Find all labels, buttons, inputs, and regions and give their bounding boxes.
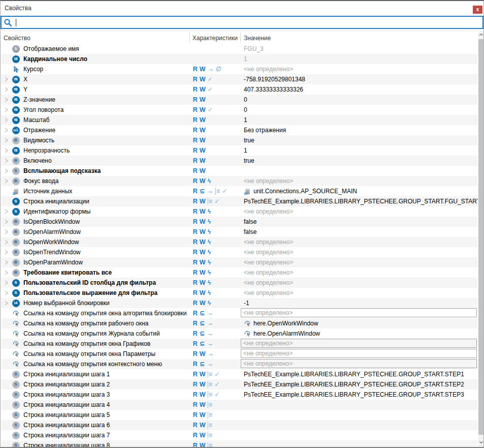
property-value[interactable]: 407.33333333333326: [244, 84, 303, 95]
table-row[interactable]: Источник данных R⊆→≡✓ unit.Connections.A…: [1, 186, 478, 196]
property-value[interactable]: 1: [244, 145, 247, 156]
property-value[interactable]: -1: [244, 298, 249, 308]
property-value[interactable]: FGU_3: [244, 44, 264, 54]
property-value[interactable]: here.OpenWorkWindow: [244, 318, 318, 328]
table-row[interactable]: S Всплывающая подсказка RW: [1, 166, 478, 176]
table-row[interactable]: B Включено RW true: [1, 156, 478, 166]
table-row[interactable]: f8 X RW✓ -758.91920529801348: [1, 74, 478, 84]
table-row[interactable]: B Фокус ввода RWϟ <не определено>: [1, 176, 478, 186]
property-value[interactable]: 0: [244, 95, 247, 105]
property-value[interactable]: true: [244, 156, 254, 166]
expander-icon[interactable]: [4, 281, 8, 285]
property-value[interactable]: unit.Connections.AP_SOURCE_MAIN: [244, 186, 357, 196]
table-row[interactable]: Ссылка на команду открытия окна алгоритм…: [1, 308, 478, 318]
table-row[interactable]: S Строка инициализации шага 1 RW≡✓ PsTec…: [1, 369, 478, 379]
property-value[interactable]: 1: [244, 115, 247, 125]
table-row[interactable]: B Требование квитировать все RWϟ <не опр…: [1, 267, 478, 278]
expander-icon[interactable]: [4, 271, 8, 275]
table-row[interactable]: S Строка инициализации шага 6 RW≡: [1, 420, 478, 430]
column-separator[interactable]: [189, 33, 190, 43]
expander-icon[interactable]: [4, 87, 8, 92]
expander-icon[interactable]: [4, 230, 8, 234]
property-value[interactable]: <не определено>: [244, 267, 293, 278]
expander-icon[interactable]: [4, 179, 8, 183]
table-row[interactable]: u1 Отражение RW Без отражения: [1, 125, 478, 135]
column-separator[interactable]: [240, 33, 241, 43]
expander-icon[interactable]: [4, 210, 8, 214]
expander-icon[interactable]: [4, 240, 8, 244]
expander-icon[interactable]: [4, 148, 8, 153]
expander-icon[interactable]: [4, 108, 8, 112]
property-value[interactable]: <не определено>: [244, 64, 293, 74]
expander-icon[interactable]: [4, 159, 8, 163]
vertical-scrollbar[interactable]: [478, 31, 483, 447]
table-row[interactable]: f8 Масштаб RW 1: [1, 115, 478, 125]
table-row[interactable]: i4 Номер выбранной блокировки RWϟ -1: [1, 298, 478, 308]
table-row[interactable]: S Строка инициализации шага 5 RW≡: [1, 410, 478, 420]
property-value[interactable]: here.OpenAlarmWindow: [244, 328, 320, 339]
expander-icon[interactable]: [4, 98, 8, 102]
property-value[interactable]: true: [244, 135, 254, 145]
property-value[interactable]: PsTechEE_Example.LIBRARIES.LIBRARY_PSTEC…: [244, 369, 464, 379]
table-row[interactable]: f8 Z-значение RW 0: [1, 95, 478, 105]
expander-icon[interactable]: [4, 250, 8, 254]
table-row[interactable]: S Строка инициализации шага 4 RW≡: [1, 400, 478, 410]
table-row[interactable]: S Пользовательский ID столбца для фильтр…: [1, 278, 478, 288]
property-value-input[interactable]: <не определено>: [241, 359, 477, 368]
property-value[interactable]: <не определено>: [244, 247, 293, 257]
table-row[interactable]: S Отображаемое имя FGU_3: [1, 44, 478, 54]
close-button[interactable]: x: [473, 6, 482, 14]
search-bar[interactable]: [1, 16, 483, 29]
table-row[interactable]: i8 Кардинальное число 1: [1, 54, 478, 64]
property-value[interactable]: 0: [244, 105, 247, 115]
property-value[interactable]: <не определено>: [244, 206, 293, 217]
table-row[interactable]: B IsOpenAlarmWindow RWϟ false: [1, 227, 478, 237]
expander-icon[interactable]: [4, 77, 8, 81]
property-value[interactable]: <не определено>: [244, 278, 293, 288]
expander-icon[interactable]: [4, 169, 8, 173]
property-value[interactable]: Без отражения: [244, 125, 286, 135]
table-row[interactable]: S Строка инициализации шага 7 RW≡: [1, 430, 478, 440]
property-value-input[interactable]: <не определено>: [241, 349, 477, 358]
table-row[interactable]: f8 Y RW✓ 407.33333333333326: [1, 84, 478, 95]
search-input[interactable]: [17, 18, 480, 26]
table-row[interactable]: f8 Непрозрачность RW 1: [1, 145, 478, 156]
table-row[interactable]: B IsOpenWorkWindow RWϟ <не определено>: [1, 237, 478, 247]
table-row[interactable]: B IsOpenBlockWindow RWϟ false: [1, 217, 478, 227]
expander-icon[interactable]: [4, 128, 8, 132]
table-row[interactable]: S Строка инициализации шага 3 RW≡✓ PsTec…: [1, 390, 478, 400]
expander-icon[interactable]: [4, 291, 8, 295]
property-value[interactable]: <не определено>: [244, 237, 293, 247]
table-row[interactable]: Ссылка на команду открытия контекстного …: [1, 359, 478, 369]
expander-icon[interactable]: [4, 220, 8, 224]
property-value[interactable]: PsTechEE_Example.LIBRARIES.LIBRARY_PSTEC…: [244, 390, 464, 400]
table-row[interactable]: Курсор RW→∅ <не определено>: [1, 64, 478, 74]
table-row[interactable]: Ссылка на команду открытия окна Графиков…: [1, 339, 478, 349]
scrollbar-up-button[interactable]: [478, 31, 483, 39]
property-value-input[interactable]: <не определено>: [241, 308, 477, 317]
table-row[interactable]: f8 Угол поворота RW✓ 0: [1, 105, 478, 115]
property-value-input[interactable]: <не определено>: [241, 339, 477, 348]
table-row[interactable]: S Строка инициализации RW≡✓ PsTechEE_Exa…: [1, 196, 478, 206]
expander-icon[interactable]: [4, 138, 8, 142]
scrollbar-thumb[interactable]: [478, 39, 483, 435]
table-row[interactable]: B IsOpenTrendWindow RWϟ <не определено>: [1, 247, 478, 257]
table-row[interactable]: B Видимость RW true: [1, 135, 478, 145]
expander-icon[interactable]: [4, 118, 8, 122]
table-row[interactable]: B IsOpenParamWindow RWϟ <не определено>: [1, 257, 478, 267]
property-value[interactable]: PsTechEE_Example.LIBRARIES.LIBRARY_PSTEC…: [244, 196, 478, 206]
property-value[interactable]: <не определено>: [244, 176, 293, 186]
table-row[interactable]: Ссылка на команду открытия рабочего окна…: [1, 318, 478, 328]
table-row[interactable]: Ссылка на команду открытия Журнала событ…: [1, 328, 478, 339]
table-row[interactable]: S Строка инициализации шага 2 RW≡✓ PsTec…: [1, 379, 478, 390]
table-row[interactable]: Ссылка на команду открытия окна Параметр…: [1, 349, 478, 359]
scrollbar-down-button[interactable]: [478, 438, 483, 446]
table-row[interactable]: S Пользовательское выражение для фильтра…: [1, 288, 478, 298]
property-value[interactable]: -758.91920529801348: [244, 74, 305, 84]
property-value[interactable]: PsTechEE_Example.LIBRARIES.LIBRARY_PSTEC…: [244, 379, 464, 390]
table-row[interactable]: S Идентификатор формы RWϟ <не определено…: [1, 206, 478, 217]
table-row[interactable]: S Строка инициализации шага 8 RW≡: [1, 440, 478, 447]
expander-icon[interactable]: [4, 260, 8, 264]
property-value[interactable]: <не определено>: [244, 257, 293, 267]
expander-icon[interactable]: [4, 301, 8, 305]
